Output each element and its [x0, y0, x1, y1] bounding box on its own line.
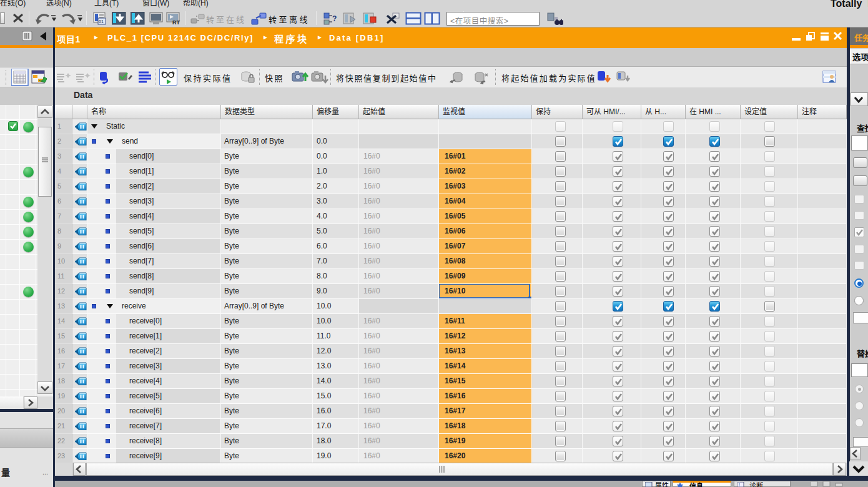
svg-text:01: 01 [99, 19, 104, 24]
svg-text:RT: RT [172, 19, 180, 26]
svg-text:?: ? [332, 14, 337, 23]
svg-text:!: ! [739, 483, 740, 487]
